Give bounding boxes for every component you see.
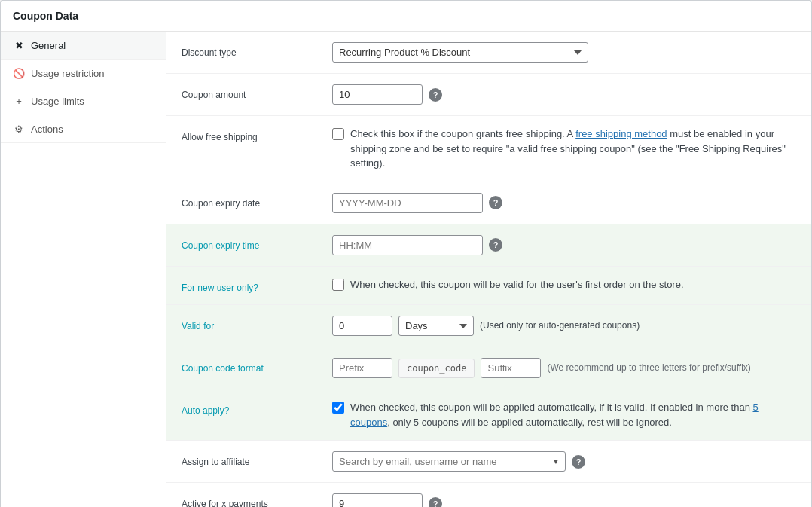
sidebar-label-usage-limits: Usage limits (31, 96, 84, 107)
for-new-user-text: When checked, this coupon will be valid … (350, 277, 684, 292)
tag-icon: ✖ (13, 39, 25, 51)
coupon-expiry-time-control: ? (332, 235, 796, 255)
discount-type-row: Discount type Recurring Product % Discou… (166, 32, 811, 74)
plus-icon: + (13, 95, 25, 107)
active-for-x-payments-input[interactable] (332, 493, 423, 507)
coupon-expiry-date-input[interactable] (332, 193, 483, 213)
for-new-user-checkbox[interactable] (332, 279, 344, 291)
discount-type-control: Recurring Product % DiscountFixed Cart D… (332, 42, 796, 63)
main-content: Discount type Recurring Product % Discou… (166, 32, 811, 507)
coupon-data-panel: Coupon Data ✖ General 🚫 Usage restrictio… (0, 0, 812, 507)
auto-apply-text: When checked, this coupon will be applie… (350, 400, 796, 429)
coupon-expiry-time-label: Coupon expiry time (182, 235, 332, 252)
assign-to-affiliate-help-icon[interactable]: ? (572, 455, 585, 469)
coupon-code-display: coupon_code (398, 359, 475, 378)
coupon-expiry-time-row: Coupon expiry time ? (166, 224, 811, 267)
for-new-user-only-row: For new user only? When checked, this co… (166, 267, 811, 306)
valid-for-input[interactable] (332, 316, 392, 336)
assign-to-affiliate-input[interactable] (332, 451, 566, 472)
coupon-code-format-row: Coupon code format coupon_code (We recom… (166, 347, 811, 389)
coupon-expiry-date-label: Coupon expiry date (182, 193, 332, 210)
valid-for-row: Valid for Days Weeks Months (Used only f… (166, 305, 811, 347)
prefix-input[interactable] (332, 358, 392, 378)
auto-apply-label: Auto apply? (182, 400, 332, 417)
panel-body: ✖ General 🚫 Usage restriction + Usage li… (1, 32, 811, 507)
discount-type-label: Discount type (182, 42, 332, 60)
allow-free-shipping-checkbox-row: Check this box if the coupon grants free… (332, 127, 796, 171)
auto-apply-link[interactable]: 5 coupons (350, 402, 759, 428)
coupon-amount-input[interactable] (332, 84, 423, 105)
coupon-amount-label: Coupon amount (182, 84, 332, 102)
for-new-user-only-label: For new user only? (182, 277, 332, 295)
sidebar-label-usage-restriction: Usage restriction (31, 68, 105, 79)
auto-apply-control: When checked, this coupon will be applie… (332, 400, 796, 429)
sidebar-label-actions: Actions (31, 124, 63, 135)
coupon-code-format-label: Coupon code format (182, 358, 332, 375)
coupon-amount-help-icon[interactable]: ? (429, 88, 442, 102)
sidebar-item-usage-restriction[interactable]: 🚫 Usage restriction (1, 60, 166, 87)
allow-free-shipping-text: Check this box if the coupon grants free… (350, 127, 796, 171)
sidebar-item-actions[interactable]: ⚙ Actions (1, 115, 166, 143)
active-for-x-payments-help-icon[interactable]: ? (429, 497, 442, 507)
auto-apply-checkbox[interactable] (332, 402, 344, 414)
coupon-expiry-date-row: Coupon expiry date ? (166, 182, 811, 224)
sidebar-item-general[interactable]: ✖ General (1, 32, 166, 60)
auto-apply-row: Auto apply? When checked, this coupon wi… (166, 389, 811, 441)
for-new-user-checkbox-row: When checked, this coupon will be valid … (332, 277, 684, 292)
sidebar-label-general: General (31, 40, 66, 51)
valid-for-label: Valid for (182, 316, 332, 333)
coupon-expiry-date-control: ? (332, 193, 796, 213)
coupon-expiry-date-help-icon[interactable]: ? (489, 196, 502, 209)
assign-to-affiliate-row: Assign to affiliate ▼ ? (166, 441, 811, 483)
allow-free-shipping-label: Allow free shipping (182, 127, 332, 144)
for-new-user-only-control: When checked, this coupon will be valid … (332, 277, 796, 292)
valid-for-control: Days Weeks Months (Used only for auto-ge… (332, 316, 796, 336)
coupon-code-format-helper: (We recommend up to three letters for pr… (547, 362, 750, 374)
free-shipping-link[interactable]: free shipping method (575, 128, 667, 139)
panel-title: Coupon Data (13, 10, 799, 22)
auto-apply-checkbox-row: When checked, this coupon will be applie… (332, 400, 796, 429)
coupon-expiry-time-input[interactable] (332, 235, 483, 255)
sidebar: ✖ General 🚫 Usage restriction + Usage li… (1, 32, 166, 507)
valid-for-helper: (Used only for auto-generated coupons) (480, 319, 640, 333)
allow-free-shipping-control: Check this box if the coupon grants free… (332, 127, 796, 171)
valid-for-unit-select[interactable]: Days Weeks Months (398, 316, 474, 336)
assign-to-affiliate-label: Assign to affiliate (182, 451, 332, 469)
coupon-expiry-time-help-icon[interactable]: ? (489, 238, 502, 252)
panel-header: Coupon Data (1, 1, 811, 32)
affiliate-input-wrap: ▼ (332, 451, 566, 472)
allow-free-shipping-checkbox[interactable] (332, 128, 344, 140)
active-for-x-payments-row: Active for x payments ? (166, 483, 811, 507)
coupon-amount-control: ? (332, 84, 796, 105)
assign-to-affiliate-control: ▼ ? (332, 451, 796, 472)
block-icon: 🚫 (13, 67, 25, 79)
suffix-input[interactable] (481, 358, 541, 378)
gear-icon: ⚙ (13, 123, 25, 135)
sidebar-item-usage-limits[interactable]: + Usage limits (1, 87, 166, 115)
coupon-amount-row: Coupon amount ? (166, 74, 811, 116)
allow-free-shipping-row: Allow free shipping Check this box if th… (166, 116, 811, 182)
active-for-x-payments-label: Active for x payments (182, 493, 332, 507)
active-for-x-payments-control: ? (332, 493, 796, 507)
discount-type-select[interactable]: Recurring Product % DiscountFixed Cart D… (332, 42, 588, 63)
coupon-code-format-control: coupon_code (We recommend up to three le… (332, 358, 796, 378)
